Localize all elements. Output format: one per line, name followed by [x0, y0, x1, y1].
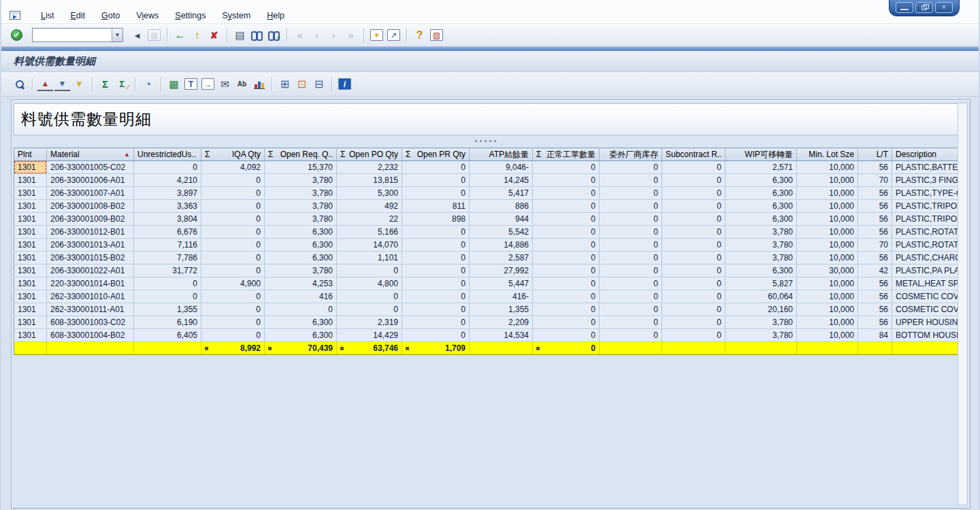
cell[interactable]: 1301 [14, 213, 47, 226]
cell[interactable]: 13,815 [337, 174, 402, 187]
cell[interactable]: 206-330001005-C02 [47, 161, 134, 174]
cell[interactable]: 0 [662, 213, 725, 226]
cell[interactable]: 30,000 [797, 265, 858, 277]
cell[interactable]: 5,542 [470, 226, 533, 239]
cell[interactable]: 1,355 [470, 303, 533, 316]
menu-settings[interactable]: Settings [167, 9, 214, 22]
cell[interactable]: 56 [858, 200, 892, 213]
close-button[interactable]: × [935, 2, 953, 13]
cell[interactable]: 0 [600, 239, 662, 252]
cell[interactable]: 0 [402, 303, 470, 316]
cell[interactable]: 6,300 [725, 200, 797, 213]
cell[interactable]: 0 [402, 316, 470, 329]
cell[interactable]: 56 [858, 252, 892, 265]
cell[interactable]: 0 [134, 277, 201, 290]
cell[interactable]: 0 [201, 226, 265, 239]
cell[interactable]: 3,897 [134, 187, 201, 200]
column-header-3[interactable]: UnrestrictedUs.. [134, 148, 201, 161]
cell[interactable]: 5,417 [470, 187, 533, 200]
cell[interactable]: 0 [600, 187, 662, 200]
cell[interactable]: 206-330001013-A01 [47, 239, 134, 252]
cell[interactable]: 10,000 [797, 174, 858, 187]
column-header-15[interactable]: Description [892, 148, 962, 161]
cell[interactable]: 0 [600, 329, 662, 342]
cell[interactable]: 0 [662, 161, 725, 174]
cell[interactable]: 0 [201, 174, 265, 187]
sort-descending-icon[interactable]: ▼ [54, 77, 70, 91]
cell[interactable]: 6,300 [265, 226, 337, 239]
cell[interactable]: 6,300 [725, 174, 797, 187]
cell[interactable]: 3,780 [725, 252, 797, 265]
cell[interactable]: 0 [337, 265, 402, 277]
cell[interactable]: 15,370 [265, 161, 337, 174]
cell[interactable]: PLASTIC,ROTATIN [892, 226, 962, 239]
cell[interactable]: 206-330001022-A01 [47, 265, 134, 277]
cell[interactable]: 492 [337, 200, 402, 213]
cell[interactable]: 4,900 [201, 277, 265, 290]
cell[interactable]: 608-330001004-B02 [47, 329, 134, 342]
cell[interactable]: 10,000 [797, 161, 858, 174]
cell[interactable]: 31,772 [134, 265, 201, 277]
cell[interactable]: 1301 [14, 252, 47, 265]
cell[interactable]: 2,232 [337, 161, 402, 174]
cell[interactable]: 10,000 [797, 239, 858, 252]
cell[interactable]: 0 [402, 174, 470, 187]
cell[interactable]: 42 [858, 265, 892, 277]
column-header-11[interactable]: Subcontract R.. [662, 148, 725, 161]
graphic-icon[interactable] [251, 77, 267, 91]
cell[interactable]: 0 [201, 290, 265, 303]
cell[interactable]: 27,992 [470, 265, 533, 277]
column-header-2[interactable]: Material▲ [47, 148, 134, 161]
cell[interactable]: 206-330001008-B02 [47, 200, 134, 213]
cell[interactable]: 0 [134, 290, 201, 303]
cell[interactable]: 0 [600, 290, 662, 303]
cell[interactable]: 0 [600, 213, 662, 226]
cell[interactable]: 0 [402, 277, 470, 290]
create-shortcut-icon[interactable]: ↗ [386, 28, 402, 42]
cell[interactable]: 898 [402, 213, 470, 226]
cell[interactable]: 0 [533, 213, 600, 226]
cell[interactable]: 10,000 [797, 226, 858, 239]
cell[interactable]: 0 [402, 187, 470, 200]
cell[interactable]: 3,780 [725, 239, 797, 252]
cell[interactable]: 0 [402, 329, 470, 342]
cell[interactable]: 206-330001007-A01 [47, 187, 134, 200]
cell[interactable]: 6,190 [134, 316, 201, 329]
cell[interactable]: 1301 [14, 277, 47, 290]
cell[interactable]: 0 [662, 252, 725, 265]
cell[interactable]: 0 [600, 226, 662, 239]
cell[interactable]: 206-330001006-A01 [47, 174, 134, 187]
column-header-7[interactable]: ΣOpen PR Qty [402, 148, 470, 161]
cell[interactable]: 1,101 [337, 252, 402, 265]
cell[interactable]: 0 [662, 303, 725, 316]
new-session-icon[interactable]: ✶ [369, 28, 385, 42]
cell[interactable]: 4,210 [134, 174, 201, 187]
cell[interactable]: 0 [201, 329, 265, 342]
find-next-icon[interactable]: + [266, 28, 282, 42]
cell[interactable]: 0 [600, 161, 662, 174]
cell[interactable]: 206-330001015-B02 [47, 252, 134, 265]
cell[interactable]: 0 [662, 200, 725, 213]
cell[interactable]: COSMETIC COVER, [892, 303, 962, 316]
cell[interactable]: 3,804 [134, 213, 201, 226]
cell[interactable]: BOTTOM HOUSING [892, 329, 962, 342]
cell[interactable]: 0 [402, 265, 470, 277]
cell[interactable]: 56 [858, 213, 892, 226]
cell[interactable]: 0 [662, 329, 725, 342]
cell[interactable]: 1301 [14, 200, 47, 213]
send-mail-icon[interactable]: ✉ [217, 77, 233, 91]
column-header-12[interactable]: WIP可移轉量 [725, 148, 797, 161]
cell[interactable]: 0 [662, 187, 725, 200]
column-header-6[interactable]: ΣOpen PO Qty [337, 148, 402, 161]
export-excel-icon[interactable]: ▦ [166, 77, 182, 91]
cell[interactable]: 0 [201, 213, 265, 226]
cell[interactable]: 0 [201, 265, 265, 277]
cell[interactable]: UPPER HOUSING W [892, 316, 962, 329]
cell[interactable]: 5,447 [470, 277, 533, 290]
command-field[interactable] [33, 31, 112, 40]
cell[interactable]: 206-330001009-B02 [47, 213, 134, 226]
cell[interactable]: PLASTIC,TRIPOD L [892, 200, 962, 213]
word-processing-icon[interactable]: T [183, 77, 199, 91]
cell[interactable]: 0 [533, 226, 600, 239]
cell[interactable]: 14,245 [470, 174, 533, 187]
